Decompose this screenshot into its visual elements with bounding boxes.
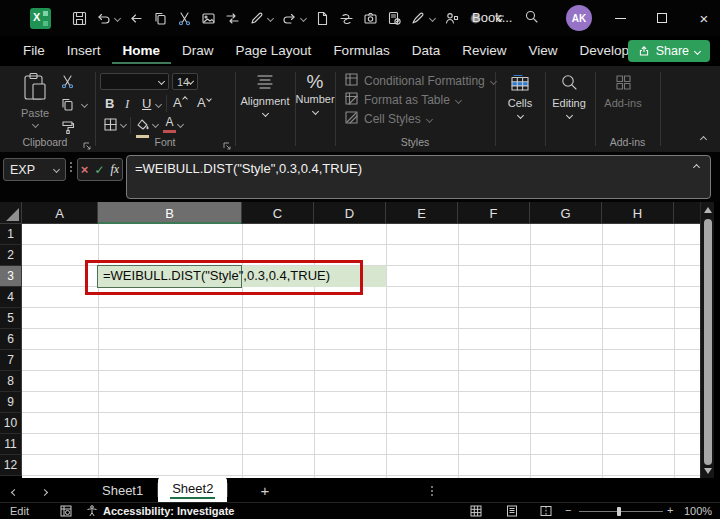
font-dialog-launcher-icon[interactable] (222, 137, 232, 147)
borders-button[interactable] (103, 117, 120, 134)
decrease-font-button[interactable]: A (197, 95, 210, 110)
zoom-slider[interactable] (579, 511, 663, 512)
column-header-c[interactable]: C (242, 202, 314, 224)
insert-function-icon[interactable]: fx (110, 162, 119, 177)
alignment-button[interactable]: Alignment (240, 74, 290, 116)
fill-color-button[interactable] (136, 116, 153, 133)
camera-icon[interactable] (363, 11, 378, 26)
formula-input[interactable]: =WEIBULL.DIST("Style",0.3,0.4,TRUE) (126, 155, 711, 199)
row-header-7[interactable]: 7 (0, 350, 22, 371)
signature-pen-icon[interactable] (411, 11, 426, 26)
undo-chevron-icon[interactable] (114, 14, 121, 21)
zoom-slider-thumb[interactable] (617, 507, 621, 516)
tab-file[interactable]: File (12, 38, 56, 64)
paste-button[interactable]: Paste (12, 72, 58, 127)
page-break-view-icon[interactable] (540, 505, 552, 517)
name-box[interactable]: EXP (3, 158, 66, 181)
format-as-table-button[interactable]: Format as Table (345, 92, 461, 108)
underline-button[interactable]: U (142, 96, 151, 111)
switch-windows-icon[interactable] (225, 11, 240, 26)
scroll-up-icon[interactable] (704, 207, 712, 213)
column-header-h[interactable]: H (602, 202, 674, 224)
scroll-down-icon[interactable] (704, 468, 712, 474)
tab-data[interactable]: Data (401, 38, 452, 64)
column-header-partial[interactable] (674, 202, 700, 224)
row-header-3[interactable]: 3 (0, 266, 22, 287)
search-icon[interactable] (524, 9, 539, 24)
save-icon[interactable] (72, 11, 87, 26)
zoom-in-button[interactable]: + (667, 504, 673, 516)
cancel-icon[interactable]: × (81, 163, 89, 176)
column-header-g[interactable]: G (530, 202, 602, 224)
collapse-ribbon-icon[interactable] (700, 136, 707, 143)
picture-icon[interactable] (201, 11, 216, 26)
enter-icon[interactable]: ✓ (94, 164, 104, 176)
sheet-options-icon[interactable] (431, 486, 433, 496)
people-icon[interactable] (444, 11, 459, 26)
zoom-out-button[interactable]: − (565, 504, 571, 516)
row-header-4[interactable]: 4 (0, 287, 22, 308)
copy-chevron-icon[interactable] (81, 101, 88, 108)
conditional-formatting-button[interactable]: Conditional Formatting (345, 73, 496, 89)
close-button[interactable]: × (684, 0, 720, 36)
normal-view-icon[interactable] (470, 505, 482, 517)
accessibility-status[interactable]: Accessibility: Investigate (103, 505, 234, 517)
font-color-button[interactable]: A (163, 115, 176, 133)
vertical-scrollbar[interactable] (700, 202, 714, 478)
sheet-prev-icon[interactable] (12, 481, 30, 499)
ink-icon[interactable] (249, 11, 264, 26)
row-header-1[interactable]: 1 (0, 224, 22, 245)
sheet-tab-sheet1[interactable]: Sheet1 (88, 483, 157, 498)
undo-icon[interactable] (96, 11, 111, 26)
macro-record-icon[interactable] (60, 505, 72, 517)
redo-chevron-icon[interactable] (300, 14, 307, 21)
column-header-f[interactable]: F (458, 202, 530, 224)
page-layout-view-icon[interactable] (506, 505, 518, 517)
fill-color-chevron-icon[interactable] (152, 121, 159, 128)
excel-logo-icon[interactable]: X (30, 8, 51, 29)
strikethrough-icon[interactable] (339, 11, 354, 26)
borders-chevron-icon[interactable] (120, 121, 127, 128)
cells-button[interactable]: Cells (499, 74, 541, 118)
font-name-combo[interactable] (100, 73, 169, 90)
vertical-scroll-thumb[interactable] (704, 219, 712, 465)
accessibility-icon[interactable] (86, 505, 98, 517)
sheet-tab-sheet2[interactable]: Sheet2 (158, 477, 227, 502)
row-header-8[interactable]: 8 (0, 371, 22, 392)
share-button[interactable]: Share (628, 40, 710, 62)
zoom-level[interactable]: 100% (684, 505, 712, 517)
column-header-d[interactable]: D (314, 202, 386, 224)
add-sheet-button[interactable]: + (260, 482, 269, 499)
maximize-button[interactable] (642, 0, 682, 36)
collapse-formula-bar-icon[interactable] (693, 164, 700, 171)
column-header-a[interactable]: A (22, 202, 98, 224)
copy-icon[interactable] (153, 11, 168, 26)
underline-chevron-icon[interactable] (155, 101, 162, 108)
number-button[interactable]: % Number (297, 74, 333, 114)
tab-formulas[interactable]: Formulas (322, 38, 400, 64)
row-header-11[interactable]: 11 (0, 434, 22, 455)
tab-review[interactable]: Review (451, 38, 517, 64)
copy-button[interactable] (60, 97, 77, 114)
tab-draw[interactable]: Draw (171, 38, 225, 64)
avatar[interactable]: AK (566, 5, 592, 31)
tab-insert[interactable]: Insert (56, 38, 112, 64)
format-painter-button[interactable] (60, 120, 77, 137)
cut-icon[interactable] (177, 11, 192, 26)
formula-bar-grip[interactable] (70, 162, 72, 172)
clipboard-dialog-launcher-icon[interactable] (82, 137, 92, 147)
cell-styles-button[interactable]: Cell Styles (345, 111, 432, 127)
column-header-e[interactable]: E (386, 202, 458, 224)
select-all-button[interactable] (0, 202, 22, 224)
row-header-2[interactable]: 2 (0, 245, 22, 266)
italic-button[interactable]: I (125, 96, 129, 112)
column-header-b[interactable]: B (98, 202, 242, 224)
pen-chevron-icon[interactable] (429, 14, 436, 21)
font-size-combo[interactable]: 14 (172, 73, 198, 90)
increase-font-button[interactable]: A (173, 95, 186, 110)
font-color-chevron-icon[interactable] (177, 121, 184, 128)
row-header-10[interactable]: 10 (0, 413, 22, 434)
redo-icon[interactable] (282, 11, 297, 26)
editing-button[interactable]: Editing (547, 74, 591, 118)
back-icon[interactable] (129, 11, 144, 26)
